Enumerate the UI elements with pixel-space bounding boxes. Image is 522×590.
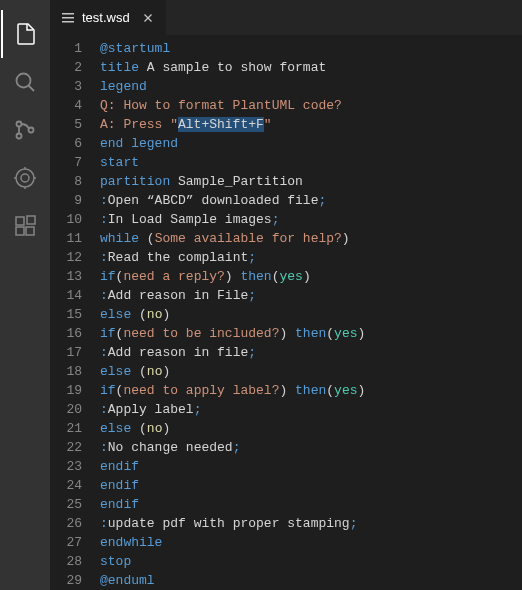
line-number: 2: [50, 58, 82, 77]
token: partition: [100, 174, 170, 189]
token: ;: [248, 288, 256, 303]
token: ): [358, 326, 366, 341]
line-number: 8: [50, 172, 82, 191]
token: (: [131, 421, 147, 436]
tab-filename: test.wsd: [82, 10, 130, 25]
activity-bar: [0, 0, 50, 590]
token: ): [225, 269, 241, 284]
code-line[interactable]: stop: [100, 552, 522, 571]
token: while: [100, 231, 139, 246]
token: Apply label: [108, 402, 194, 417]
code-line[interactable]: :No change needed;: [100, 438, 522, 457]
code-line[interactable]: endwhile: [100, 533, 522, 552]
line-number: 12: [50, 248, 82, 267]
code-line[interactable]: endif: [100, 495, 522, 514]
line-number: 18: [50, 362, 82, 381]
line-number: 15: [50, 305, 82, 324]
svg-point-6: [21, 174, 29, 182]
token: ): [162, 364, 170, 379]
code-content[interactable]: @startumltitle A sample to show formatle…: [100, 39, 522, 590]
code-line[interactable]: legend: [100, 77, 522, 96]
line-number: 25: [50, 495, 82, 514]
code-line[interactable]: else (no): [100, 305, 522, 324]
search-icon[interactable]: [1, 58, 49, 106]
svg-point-2: [17, 122, 22, 127]
code-line[interactable]: endif: [100, 457, 522, 476]
line-number-gutter: 1234567891011121314151617181920212223242…: [50, 39, 100, 590]
token: if: [100, 383, 116, 398]
code-line[interactable]: if(need a reply?) then(yes): [100, 267, 522, 286]
code-line[interactable]: else (no): [100, 419, 522, 438]
tab-test-wsd[interactable]: test.wsd: [50, 0, 166, 35]
svg-point-3: [17, 134, 22, 139]
line-number: 7: [50, 153, 82, 172]
token: :: [100, 250, 108, 265]
source-control-icon[interactable]: [1, 106, 49, 154]
code-line[interactable]: @enduml: [100, 571, 522, 590]
line-number: 22: [50, 438, 82, 457]
token: then: [240, 269, 271, 284]
token: title: [100, 60, 139, 75]
line-number: 28: [50, 552, 82, 571]
token: Read the complaint: [108, 250, 248, 265]
code-line[interactable]: :Add reason in file;: [100, 343, 522, 362]
code-line[interactable]: :Apply label;: [100, 400, 522, 419]
token: then: [295, 326, 326, 341]
token: start: [100, 155, 139, 170]
code-line[interactable]: endif: [100, 476, 522, 495]
code-line[interactable]: :update pdf with proper stamping;: [100, 514, 522, 533]
line-number: 13: [50, 267, 82, 286]
line-number: 26: [50, 514, 82, 533]
token: stop: [100, 554, 131, 569]
line-number: 29: [50, 571, 82, 590]
explorer-icon[interactable]: [1, 10, 49, 58]
code-line[interactable]: :In Load Sample images;: [100, 210, 522, 229]
code-line[interactable]: partition Sample_Partition: [100, 172, 522, 191]
close-icon[interactable]: [140, 10, 156, 26]
code-line[interactable]: Q: How to format PlantUML code?: [100, 96, 522, 115]
code-line[interactable]: @startuml: [100, 39, 522, 58]
code-line[interactable]: title A sample to show format: [100, 58, 522, 77]
code-line[interactable]: :Add reason in File;: [100, 286, 522, 305]
extensions-icon[interactable]: [1, 202, 49, 250]
token: No change needed: [108, 440, 233, 455]
code-line[interactable]: :Open “ABCD” downloaded file;: [100, 191, 522, 210]
line-number: 1: [50, 39, 82, 58]
code-line[interactable]: if(need to be included?) then(yes): [100, 324, 522, 343]
token: ;: [194, 402, 202, 417]
code-line[interactable]: end legend: [100, 134, 522, 153]
code-line[interactable]: else (no): [100, 362, 522, 381]
file-lines-icon: [60, 10, 76, 26]
token: :: [100, 440, 108, 455]
token: ;: [350, 516, 358, 531]
token: :: [100, 288, 108, 303]
code-line[interactable]: start: [100, 153, 522, 172]
editor-area[interactable]: 1234567891011121314151617181920212223242…: [50, 35, 522, 590]
token: need a reply?: [123, 269, 224, 284]
editor-main: test.wsd 1234567891011121314151617181920…: [50, 0, 522, 590]
svg-rect-11: [16, 217, 24, 225]
token: ;: [318, 193, 326, 208]
code-line[interactable]: if(need to apply label?) then(yes): [100, 381, 522, 400]
token: Some available for help?: [155, 231, 342, 246]
line-number: 17: [50, 343, 82, 362]
debug-icon[interactable]: [1, 154, 49, 202]
line-number: 5: [50, 115, 82, 134]
code-line[interactable]: :Read the complaint;: [100, 248, 522, 267]
token: update pdf with proper stamping: [108, 516, 350, 531]
code-line[interactable]: A: Press "Alt+Shift+F": [100, 115, 522, 134]
line-number: 10: [50, 210, 82, 229]
token: yes: [334, 326, 357, 341]
code-line[interactable]: while (Some available for help?): [100, 229, 522, 248]
token: (: [139, 231, 155, 246]
token: end legend: [100, 136, 178, 151]
token: endif: [100, 478, 139, 493]
line-number: 19: [50, 381, 82, 400]
token: Open “ABCD” downloaded file: [108, 193, 319, 208]
token: Sample_Partition: [170, 174, 303, 189]
svg-rect-13: [26, 227, 34, 235]
token: :: [100, 402, 108, 417]
line-number: 3: [50, 77, 82, 96]
svg-point-4: [29, 128, 34, 133]
line-number: 21: [50, 419, 82, 438]
